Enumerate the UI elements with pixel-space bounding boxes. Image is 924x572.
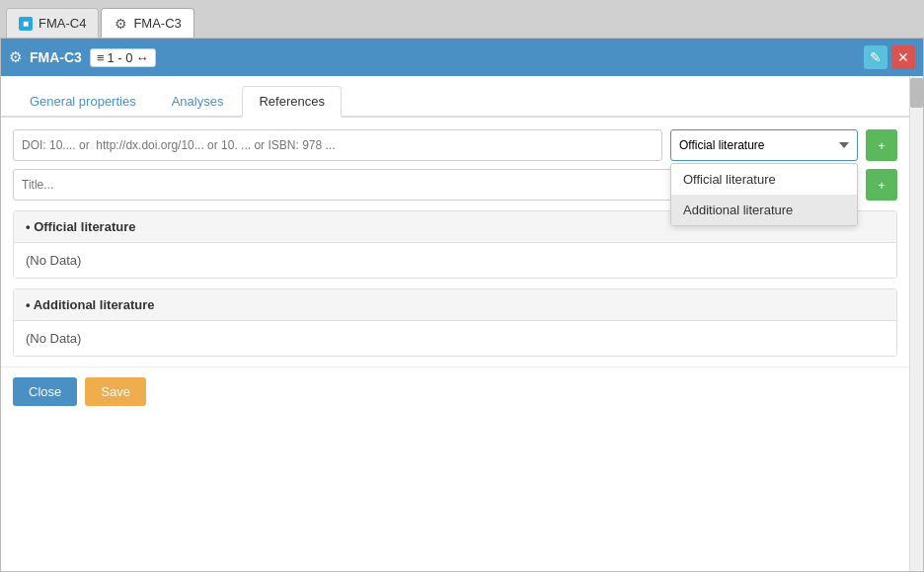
title-input[interactable] — [13, 169, 732, 201]
add-doi-button[interactable]: + — [866, 129, 897, 161]
window-close-button[interactable]: ✕ — [891, 45, 915, 69]
save-button[interactable]: Save — [85, 377, 146, 406]
badge-text: 1 - 0 — [107, 50, 132, 65]
close-button[interactable]: Close — [13, 377, 77, 406]
content-area: General properties Analyses References O… — [1, 76, 909, 571]
literature-type-container: Official literature Additional literatur… — [670, 129, 858, 161]
browser-tab-fma-c3[interactable]: ⚙ FMA-C3 — [101, 8, 193, 38]
additional-literature-body: (No Data) — [14, 321, 896, 356]
browser-tab-fma-c3-label: FMA-C3 — [133, 16, 181, 31]
badge-arrow: ↔ — [136, 50, 149, 65]
references-form: Official literature Additional literatur… — [1, 118, 909, 201]
main-window: ⚙ FMA-C3 ≡ 1 - 0 ↔ ✎ ✕ General propertie… — [0, 38, 924, 572]
window-badge: ≡ 1 - 0 ↔ — [90, 48, 156, 67]
edit-button[interactable]: ✎ — [864, 45, 887, 69]
footer: Close Save — [1, 367, 909, 416]
tab-analyses[interactable]: Analyses — [155, 86, 241, 118]
fma-c3-icon: ⚙ — [114, 17, 127, 31]
window-header-right: ✎ ✕ — [864, 45, 915, 69]
badge-icon: ≡ — [97, 50, 105, 65]
fma-c4-icon: ■ — [19, 17, 33, 31]
window-title: FMA-C3 — [30, 49, 82, 65]
dropdown-item-official[interactable]: Official literature — [671, 164, 857, 195]
scrollbar-track[interactable] — [909, 76, 923, 571]
tab-general-properties[interactable]: General properties — [13, 86, 153, 118]
official-no-data: (No Data) — [26, 253, 81, 268]
doi-row: Official literature Additional literatur… — [13, 129, 897, 161]
window-gear-icon: ⚙ — [9, 48, 22, 66]
scrollbar-thumb[interactable] — [910, 78, 923, 108]
browser-tab-fma-c4-label: FMA-C4 — [38, 16, 86, 31]
additional-no-data: (No Data) — [26, 331, 81, 346]
add-title-button[interactable]: + — [866, 169, 897, 201]
literature-dropdown-menu: Official literature Additional literatur… — [670, 163, 858, 226]
additional-literature-section: • Additional literature (No Data) — [13, 288, 897, 357]
dropdown-item-additional[interactable]: Additional literature — [671, 195, 857, 225]
window-header: ⚙ FMA-C3 ≡ 1 - 0 ↔ ✎ ✕ — [1, 39, 923, 76]
window-body: General properties Analyses References O… — [1, 76, 923, 571]
official-literature-body: (No Data) — [14, 243, 896, 278]
window-header-left: ⚙ FMA-C3 ≡ 1 - 0 ↔ — [9, 48, 156, 67]
doi-input[interactable] — [13, 129, 662, 161]
inner-tabs: General properties Analyses References — [1, 76, 909, 118]
browser-tab-bar: ■ FMA-C4 ⚙ FMA-C3 — [0, 0, 924, 38]
browser-tab-fma-c4[interactable]: ■ FMA-C4 — [6, 8, 99, 38]
literature-type-select[interactable]: Official literature Additional literatur… — [670, 129, 858, 161]
additional-literature-header: • Additional literature — [14, 289, 896, 321]
tab-references[interactable]: References — [242, 86, 341, 118]
